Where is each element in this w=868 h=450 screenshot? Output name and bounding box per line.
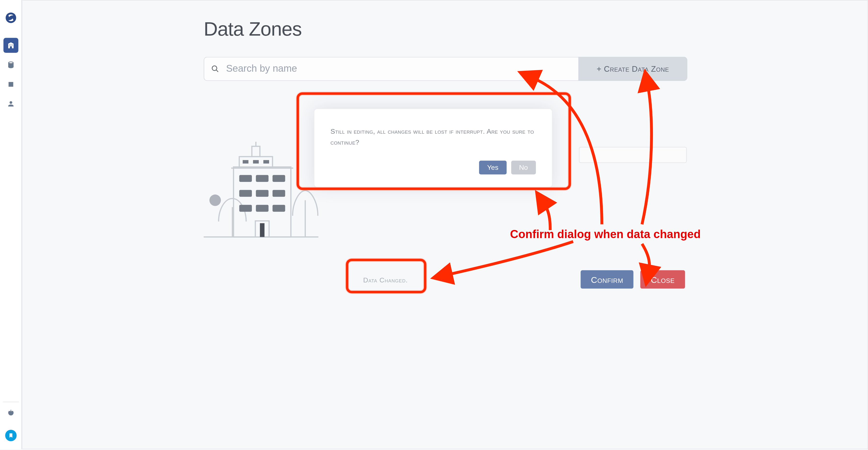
power-icon: [6, 409, 14, 417]
svg-rect-13: [256, 175, 269, 182]
external-icon: [6, 81, 14, 88]
search-field[interactable]: [204, 57, 578, 81]
sidebar: [0, 0, 22, 449]
create-label: + Create Data Zone: [596, 64, 669, 73]
sidebar-item-external[interactable]: [3, 77, 18, 92]
sidebar-item-data-zones[interactable]: [3, 38, 18, 53]
svg-rect-7: [243, 160, 248, 163]
sidebar-item-power[interactable]: [3, 406, 18, 421]
bookmark-icon: [8, 432, 13, 439]
toolbar: + Create Data Zone: [204, 57, 687, 81]
svg-rect-20: [273, 205, 285, 212]
svg-rect-15: [239, 190, 252, 197]
confirm-button[interactable]: Confirm: [581, 270, 633, 289]
confirm-dialog: Still in editing, all changes will be lo…: [314, 109, 553, 188]
search-input[interactable]: [226, 63, 571, 74]
dialog-no-button[interactable]: No: [511, 161, 536, 175]
search-icon: [211, 65, 219, 73]
building-icon: [6, 41, 14, 50]
svg-rect-12: [239, 175, 252, 182]
create-data-zone-button[interactable]: + Create Data Zone: [578, 57, 687, 81]
svg-rect-16: [256, 190, 269, 197]
dialog-yes-button[interactable]: Yes: [479, 161, 506, 175]
svg-rect-18: [239, 205, 252, 212]
svg-rect-8: [253, 160, 259, 163]
empty-illustration: [204, 138, 318, 243]
main: Data Zones + Create Data Zone: [22, 0, 868, 449]
dialog-message: Still in editing, all changes will be lo…: [331, 126, 536, 148]
svg-rect-4: [252, 146, 260, 157]
form-field-placeholder: [579, 147, 687, 163]
svg-rect-22: [260, 223, 265, 237]
sidebar-badge[interactable]: [5, 430, 16, 441]
svg-point-1: [210, 194, 221, 206]
annotation-label: Confirm dialog when data changed: [510, 228, 701, 241]
sidebar-divider: [3, 401, 19, 402]
user-icon: [6, 100, 14, 108]
close-button[interactable]: Close: [641, 270, 685, 289]
status-text: Data Changed.: [363, 276, 408, 284]
svg-rect-19: [256, 205, 269, 212]
svg-rect-17: [273, 190, 285, 197]
database-icon: [6, 61, 14, 69]
sidebar-item-user[interactable]: [3, 96, 18, 112]
footer-actions: Confirm Close: [581, 270, 685, 289]
app-logo: [4, 11, 17, 24]
sidebar-item-database[interactable]: [3, 57, 18, 72]
svg-rect-14: [273, 175, 285, 182]
svg-rect-9: [263, 160, 269, 163]
page-title: Data Zones: [204, 18, 302, 40]
